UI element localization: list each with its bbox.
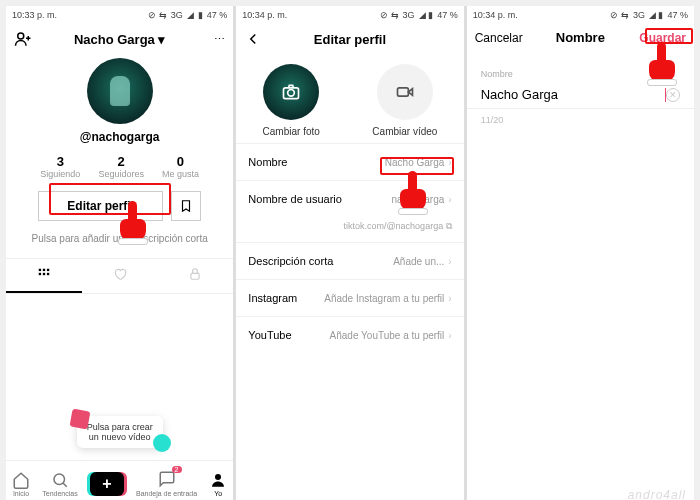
nav-me[interactable]: Yo <box>209 471 227 497</box>
short-desc-hint[interactable]: Pulsa para añadir una descripción corta <box>6 233 233 244</box>
save-button[interactable]: Guardar <box>639 31 686 45</box>
tab-private[interactable] <box>158 259 234 293</box>
char-counter: 11/20 <box>467 109 694 131</box>
row-youtube[interactable]: YouTube Añade YouTube a tu perfil› <box>236 316 463 353</box>
watermark: andro4all <box>628 488 686 500</box>
profile-header: Nacho Garga ▾ ⋯ <box>6 24 233 54</box>
profile-title-text: Nacho Garga <box>74 32 155 47</box>
handle: @nachogarga <box>80 130 160 144</box>
add-friend-button[interactable] <box>14 30 58 48</box>
stat-following[interactable]: 3Siguiendo <box>40 154 80 179</box>
svg-point-11 <box>288 90 295 97</box>
pane-profile: 10:33 p. m. ⊘ ⇆ 3G ◢ ▮ 47 % Nacho Garga … <box>6 6 233 500</box>
edit-header: Editar perfil <box>236 24 463 54</box>
edit-row: Editar perfil <box>6 191 233 221</box>
svg-rect-1 <box>39 269 41 271</box>
inbox-badge: 2 <box>172 466 182 473</box>
chevron-right-icon: › <box>448 330 451 341</box>
edit-profile-button[interactable]: Editar perfil <box>38 191 163 221</box>
content-tabs <box>6 258 233 294</box>
svg-rect-3 <box>47 269 49 271</box>
svg-rect-5 <box>43 273 45 275</box>
profile-title[interactable]: Nacho Garga ▾ <box>58 32 181 47</box>
status-icons: ⊘ ⇆3G◢ ▮47 % <box>610 10 688 20</box>
chevron-right-icon: › <box>448 256 451 267</box>
change-photo[interactable]: Cambiar foto <box>263 64 320 137</box>
bottom-nav: Inicio Tendencias + 2Bandeja de entrada … <box>6 460 233 500</box>
tab-grid[interactable] <box>6 259 82 293</box>
pane-edit-profile: 10:34 p. m. ⊘ ⇆3G◢ ▮47 % Editar perfil C… <box>236 6 463 500</box>
create-tooltip: Pulsa para crear un nuevo vídeo <box>77 416 163 448</box>
edit-title: Editar perfil <box>288 32 411 47</box>
signal-icon: ◢ <box>187 10 194 20</box>
media-row: Cambiar foto Cambiar vídeo <box>236 54 463 143</box>
cancel-button[interactable]: Cancelar <box>475 31 523 45</box>
svg-point-0 <box>18 33 24 39</box>
stat-likes[interactable]: 0Me gusta <box>162 154 199 179</box>
status-icons: ⊘ ⇆3G◢ ▮47 % <box>380 10 458 20</box>
name-input[interactable]: Nacho Garga <box>481 87 664 102</box>
three-pane-tutorial: 10:33 p. m. ⊘ ⇆ 3G ◢ ▮ 47 % Nacho Garga … <box>6 6 694 500</box>
camera-icon <box>263 64 319 120</box>
svg-rect-2 <box>43 269 45 271</box>
row-instagram[interactable]: Instagram Añade Instagram a tu perfil› <box>236 279 463 316</box>
nav-home[interactable]: Inicio <box>12 471 30 497</box>
svg-rect-12 <box>397 88 408 96</box>
back-button[interactable] <box>244 30 288 48</box>
row-name[interactable]: Nombre Nacho Garga› <box>236 143 463 180</box>
status-time: 10:34 p. m. <box>473 10 518 20</box>
name-header: Cancelar Nombre Guardar <box>467 24 694 51</box>
avatar-section: @nachogarga <box>6 58 233 144</box>
clear-button[interactable]: ✕ <box>666 88 680 102</box>
name-title: Nombre <box>531 30 630 45</box>
avatar[interactable] <box>87 58 153 124</box>
svg-point-9 <box>215 474 221 480</box>
wifi-icon: ⊘ ⇆ <box>148 10 167 20</box>
svg-rect-7 <box>191 273 199 279</box>
chevron-right-icon: › <box>448 194 451 205</box>
status-bar: 10:33 p. m. ⊘ ⇆ 3G ◢ ▮ 47 % <box>6 6 233 24</box>
battery-label: 47 % <box>207 10 228 20</box>
status-time: 10:33 p. m. <box>12 10 57 20</box>
battery-icon: ▮ <box>198 10 203 20</box>
stats-row: 3Siguiendo 2Seguidores 0Me gusta <box>6 154 233 179</box>
svg-rect-6 <box>47 273 49 275</box>
stat-followers[interactable]: 2Seguidores <box>98 154 144 179</box>
status-icons: ⊘ ⇆ 3G ◢ ▮ 47 % <box>148 10 227 20</box>
tooltip-decor-icon <box>153 434 171 452</box>
bookmark-button[interactable] <box>171 191 201 221</box>
pane-edit-name: 10:34 p. m. ⊘ ⇆3G◢ ▮47 % Cancelar Nombre… <box>467 6 694 500</box>
nav-create[interactable]: + <box>90 472 124 496</box>
field-label: Nombre <box>467 51 694 83</box>
nav-trending[interactable]: Tendencias <box>42 471 77 497</box>
name-input-row[interactable]: Nacho Garga ✕ <box>467 83 694 109</box>
svg-point-8 <box>54 474 65 485</box>
status-time: 10:34 p. m. <box>242 10 287 20</box>
profile-url: tiktok.com/@nachogarga ⧉ <box>236 217 463 242</box>
tooltip-decor-icon <box>69 409 90 430</box>
row-username[interactable]: Nombre de usuario nachogarga› <box>236 180 463 217</box>
row-description[interactable]: Descripción corta Añade un...› <box>236 242 463 279</box>
plus-icon: + <box>90 472 124 496</box>
tooltip-text: Pulsa para crear un nuevo vídeo <box>87 422 153 442</box>
copy-icon[interactable]: ⧉ <box>446 221 452 231</box>
status-bar: 10:34 p. m. ⊘ ⇆3G◢ ▮47 % <box>467 6 694 24</box>
nav-inbox[interactable]: 2Bandeja de entrada <box>136 470 197 497</box>
svg-rect-4 <box>39 273 41 275</box>
video-icon <box>377 64 433 120</box>
change-video[interactable]: Cambiar vídeo <box>372 64 437 137</box>
chevron-right-icon: › <box>448 293 451 304</box>
tab-liked[interactable] <box>82 259 158 293</box>
network-label: 3G <box>171 10 183 20</box>
status-bar: 10:34 p. m. ⊘ ⇆3G◢ ▮47 % <box>236 6 463 24</box>
chevron-right-icon: › <box>448 157 451 168</box>
chevron-down-icon: ▾ <box>158 32 165 47</box>
more-button[interactable]: ⋯ <box>181 33 225 46</box>
